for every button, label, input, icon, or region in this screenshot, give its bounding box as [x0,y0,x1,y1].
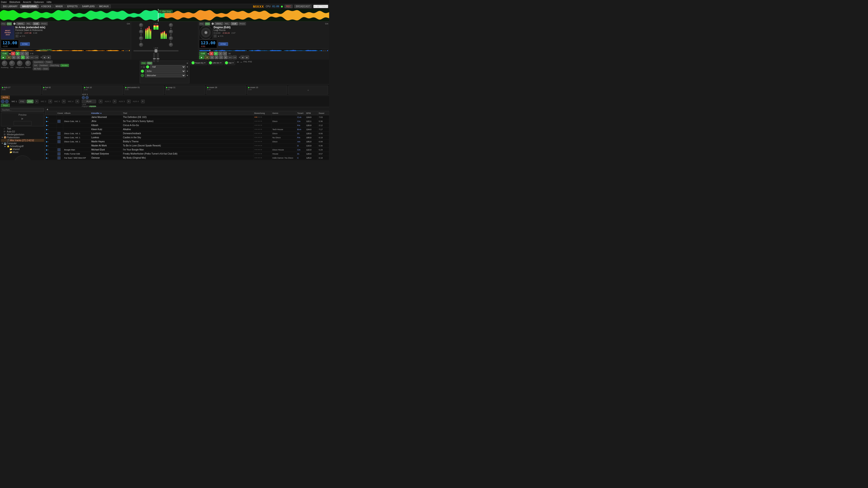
menu-bibliothek[interactable]: Bibliothek [9,1,20,3]
fx-right-param-expand[interactable]: ▼ [204,62,206,64]
library-row[interactable]: ▶ ♪Jame MoomeidThe Definition (DE 102)★★… [45,115,329,119]
deck-left-cue-main[interactable]: CUE [1,52,8,55]
mic-add-btn4[interactable]: + [75,100,79,103]
aux-add-btn2[interactable]: + [113,100,116,103]
mixer-right-m[interactable] [169,36,173,40]
fx-headphone-icon[interactable]: 🎧 [143,66,145,68]
mixer-right-h[interactable] [169,30,173,34]
sample-snare28[interactable]: ▶ snare 28 0.00 [206,86,246,95]
deck-right-ctrl1[interactable]: ⟵ [228,56,232,59]
td-rating[interactable]: ★★★★★ [253,131,272,135]
sidebar-item-schnellzugriff[interactable]: ▶ ⭐ Schnellzugriff [1,145,44,148]
crossfader[interactable] [133,50,179,52]
mixer-right-l[interactable] [169,43,173,47]
fx-knob-senden-ctrl[interactable] [25,61,31,66]
tab-mixer[interactable]: MIXER [54,4,65,8]
fx-right-icon2[interactable]: ↔ [240,61,243,64]
fx-btn-down[interactable]: Down [42,67,49,70]
deck-right-pass-btn[interactable]: PASS [239,22,246,25]
sidebar-item-shared[interactable]: 📁 shared [1,148,44,151]
fx-btn-quantisiere[interactable]: Quantisiere [33,61,44,64]
tab-4-decks[interactable]: 4 DECKS [39,4,53,8]
mic1-talk-btn[interactable]: TALK [1,104,10,107]
deck-right-prev-cue[interactable]: ◀ [207,53,209,55]
th-genre[interactable]: Genre [272,111,296,115]
fx-btn-senden2[interactable]: Senden [60,64,69,67]
fx-btn-triolen[interactable]: Triolen [45,61,53,64]
library-row[interactable]: ▶ ♪Disco Cuts, Vol. 1JKrivSo True (JKriv… [45,119,329,123]
library-row[interactable]: ▶ ♪Kleen KutzAlkaline★★★★★Tech HouseB♭m1… [45,127,329,131]
aux1-knob2[interactable] [86,96,89,99]
deck-right-rel-btn[interactable]: REL [224,22,230,25]
deck-right-cue-main[interactable]: CUE [199,52,207,55]
deck-left-ctrl1[interactable]: ⟵ [30,56,34,59]
deck-left-hc3[interactable]: 3 [20,52,24,55]
th-rating[interactable]: Bewertung [253,111,272,115]
deck-right-hc5[interactable]: 5 [210,56,214,59]
aux1-play-btn[interactable]: PLAY [82,100,96,103]
aux-add-btn4[interactable]: + [141,100,145,103]
deck-left-fx1[interactable]: FX1 [1,22,6,25]
td-rating[interactable]: ★★★★★ [253,144,272,148]
aux1-knob1[interactable] [82,96,85,99]
tab-mic-aux[interactable]: MIC/AUX [97,4,111,8]
deck-right-cue-btn[interactable]: CUE [231,22,238,25]
fx-bitcrusher-expand[interactable]: ▼ [186,74,188,76]
sidebar-item-wiedergabelisten[interactable]: ☰ Wiedergabelisten [1,133,44,136]
td-rating[interactable]: ★★★★★ [253,123,272,127]
deck-right-vinyl-btn[interactable]: VINYL [215,22,223,25]
deck-left-vinyl-btn[interactable]: VINYL [16,22,25,25]
sample-snap11[interactable]: ▶ snap 11 0.00 [165,86,205,95]
fx-right-lr8-expand[interactable]: ▼ [220,62,222,64]
preview-play-btn[interactable]: ▶ [22,117,24,120]
deck-right-hc4[interactable]: 4 [223,52,227,55]
td-rating[interactable]: ★★★★★ [253,156,272,160]
fx-hall-expand[interactable]: ▼ [186,66,188,68]
vol-fader-right[interactable] [157,53,159,62]
mic-add-btn2[interactable]: + [49,100,52,103]
fx-knob-ausklang-ctrl[interactable] [2,61,7,66]
aux-add-btn3[interactable]: + [127,100,131,103]
deck-left-play[interactable]: ▶ [1,56,6,59]
deck-left-hc7[interactable]: 7 [21,56,25,59]
deck-left-pause[interactable]: ⏸ [6,56,11,59]
mic1-knob2[interactable] [5,100,8,103]
sample-hat02[interactable]: ▶ hat 02 0.00 [42,86,82,95]
sample-snare15[interactable]: ▶ snare 15 0.00 [247,86,287,95]
tab-effects[interactable]: EFFECTS [65,4,80,8]
deck-left-pass-btn[interactable]: PASS [40,22,48,25]
menu-optionen[interactable]: Optionen [34,1,44,3]
td-rating[interactable]: ★★★★★ [253,119,272,123]
rec-button[interactable]: REC [285,5,292,8]
td-rating[interactable]: ★★★★★ [253,152,272,156]
fx-btn-pine-pong[interactable]: Pine-Pong [49,64,60,67]
mixer-left-gain[interactable] [139,23,143,27]
fx-bitcrusher-select[interactable]: Bitcrusher [145,74,186,77]
deck-left-waveform[interactable]: 1:02 7: After Drop [1,49,130,51]
fx-knob-bw-ctrl[interactable] [9,61,15,66]
sidebar-item-misc-tracks[interactable]: 🎵 Misc tracks (27) 2:42:52 [1,139,44,142]
deck-left-loop-next[interactable]: ▶ [47,56,51,59]
td-rating[interactable]: ★★★★★ [253,127,272,131]
mixer-right-gain[interactable] [169,23,173,27]
sample-percussion01[interactable]: ▶ percussion 01 0.00 [124,86,164,95]
mixer-left-m[interactable] [139,36,143,40]
mixer-left-l[interactable] [139,43,143,47]
fx-knob-dampfune-ctrl[interactable] [17,61,22,66]
deck-right-waveform[interactable]: 0:11 [199,49,328,51]
mic1-fx2-btn[interactable]: FX2 [27,100,34,103]
mic1-fx1-btn[interactable]: FX1 [19,100,26,103]
sidebar-item-autodj[interactable]: ⟳ Auto-DJ [1,130,44,133]
menu-hilfe[interactable]: Hilfe [46,1,52,3]
sidebar-item-plattenkisten[interactable]: ▼ 📦 Plattenkisten [1,136,44,139]
fx-close-btn[interactable]: ✕ [186,62,188,64]
deck-right-hc2[interactable]: 2 [214,52,218,55]
th-artist[interactable]: Künstler ▲ [90,111,122,115]
fx-btn-bit-tiefe[interactable]: Bit-Tiefe [33,67,42,70]
th-icons[interactable] [45,111,57,115]
search-input[interactable] [1,108,44,112]
deck-left-hc5[interactable]: 5 [12,56,16,59]
th-key[interactable]: Tonart [296,111,305,115]
fx-hall-enable[interactable] [146,65,149,68]
tab-samplers[interactable]: SAMPLERS [80,4,97,8]
